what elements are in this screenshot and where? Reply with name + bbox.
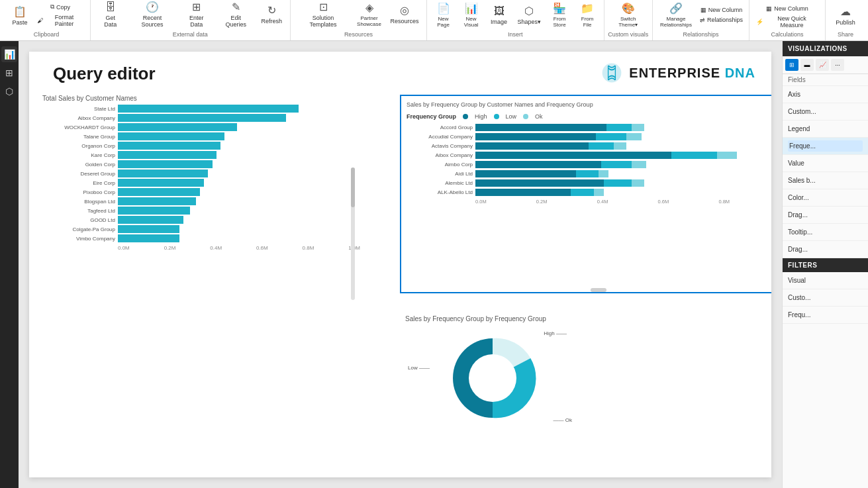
new-column-button[interactable]: ▦ New Column [697, 5, 746, 15]
copy-button[interactable]: ⧉ Copy [34, 2, 86, 12]
from-store-button[interactable]: 🏪 FromStore [546, 0, 573, 30]
from-file-icon: 📁 [581, 2, 594, 15]
selected-bar-row: Aidi Ltd [407, 170, 771, 177]
quick-measure-button[interactable]: ⚡ New Quick Measure [753, 14, 821, 30]
custom-item[interactable]: Custom... [788, 106, 863, 117]
refresh-button[interactable]: ↻ Refresh [258, 0, 286, 29]
sales-item[interactable]: Sales b... [788, 175, 863, 186]
drag2-section: Drag... [783, 241, 868, 258]
new-visual-button[interactable]: 📊 NewVisual [458, 0, 485, 30]
bar-row: Deseret Group [42, 170, 360, 177]
legend-ok-dot [523, 114, 528, 119]
chart-legend: Frequency Group High Low Ok [407, 113, 771, 120]
toolbar-group-themes: 🎨 SwitchTheme▾ Custom visuals [604, 0, 653, 40]
resize-handle-bottom[interactable] [591, 288, 606, 292]
shapes-button[interactable]: ⬡ Shapes▾ [514, 1, 546, 30]
relationships-icon: ⇌ [700, 17, 705, 23]
get-data-icon: 🗄 [105, 1, 116, 13]
solution-templates-icon: ⊡ [319, 1, 328, 13]
manage-relationships-icon: 🔗 [669, 2, 683, 15]
value-item[interactable]: Value [788, 158, 863, 169]
paste-button[interactable]: 📋 Paste [7, 1, 33, 30]
scroll-indicator[interactable] [351, 168, 355, 300]
enter-data-button[interactable]: ⊞ Enter Data [179, 0, 215, 30]
donut-chart-visual: High —— Low —— —— Ok [405, 325, 580, 431]
quick-measure-icon: ⚡ [756, 19, 763, 25]
resources-button[interactable]: ◎ Resources [387, 0, 422, 29]
color-item[interactable]: Color... [788, 192, 863, 203]
donut-low-label: Low —— [408, 365, 430, 371]
frequency-item[interactable]: Freque... [788, 140, 863, 152]
partner-showcase-icon: ◈ [365, 1, 373, 14]
new-visual-icon: 📊 [465, 2, 478, 15]
switch-theme-button[interactable]: 🎨 SwitchTheme▾ [614, 0, 642, 30]
resources-icon: ◎ [400, 4, 409, 17]
bar-row: Golden Corp [42, 160, 360, 168]
viz-icon-line[interactable]: 📈 [816, 59, 829, 71]
new-page-icon: 📄 [437, 2, 450, 15]
copy-icon: ⧉ [50, 3, 54, 11]
viz-icon-more[interactable]: ··· [831, 59, 844, 71]
image-button[interactable]: 🖼 Image [486, 1, 512, 30]
model-view-icon[interactable]: ⬡ [1, 83, 17, 99]
new-column-calc-icon: ▦ [766, 5, 772, 12]
from-store-icon: 🏪 [553, 2, 566, 15]
filter-freq-item[interactable]: Frequ... [788, 309, 863, 320]
from-file-button[interactable]: 📁 FromFile [574, 0, 601, 30]
legend-low-label: Low [506, 113, 517, 120]
selected-chart[interactable]: Sales by Frequency Group by Customer Nam… [400, 95, 771, 293]
format-painter-button[interactable]: 🖌 Format Painter [34, 13, 86, 28]
bar-chart-left: Total Sales by Customer Names State LtdA… [42, 95, 360, 333]
legend-item[interactable]: Legend [788, 123, 863, 134]
bar-row: Eire Corp [42, 179, 360, 187]
donut-svg [440, 325, 546, 431]
bar-row: Colgate-Pa Group [42, 225, 360, 233]
toolbar-group-share: ☁ Publish Share [826, 0, 865, 40]
legend-section: Legend [783, 121, 868, 138]
fields-tab[interactable]: Fields [783, 74, 868, 86]
viz-icon-bar[interactable]: ▬ [800, 59, 814, 71]
canvas-area: Query editor ENTERPRISE DNA Total Sales … [19, 41, 782, 488]
recent-sources-button[interactable]: 🕐 Recent Sources [128, 0, 177, 30]
solution-templates-button[interactable]: ⊡ Solution Templates [295, 0, 352, 30]
partner-showcase-button[interactable]: ◈ PartnerShowcase [353, 0, 385, 29]
tooltip-item[interactable]: Tooltip... [788, 226, 863, 238]
drag2-item[interactable]: Drag... [788, 244, 863, 255]
new-page-button[interactable]: 📄 NewPage [430, 0, 457, 30]
filter-custom-item[interactable]: Custo... [788, 292, 863, 303]
switch-theme-icon: 🎨 [622, 2, 635, 15]
viz-icon-table[interactable]: ⊞ [785, 59, 798, 71]
bar-chart-left-content: State LtdAibox CompanyWOCKHARDT GroupTal… [42, 105, 360, 242]
selected-bar-row: Aibox Company [407, 152, 771, 159]
axis-section: Axis [783, 86, 868, 103]
donut-chart-title: Sales by Frequency Group by Frequency Gr… [405, 315, 580, 322]
relationships-button[interactable]: ⇌ Relationships [697, 15, 746, 24]
table-view-icon[interactable]: ⊞ [1, 65, 17, 81]
refresh-icon: ↻ [267, 4, 276, 17]
get-data-button[interactable]: 🗄 Get Data [95, 0, 126, 30]
filter-visual-item[interactable]: Visual [788, 275, 863, 286]
canvas-page: Query editor ENTERPRISE DNA Total Sales … [29, 52, 771, 477]
selected-bar-row: Alembic Ltd [407, 179, 771, 187]
drag1-item[interactable]: Drag... [788, 209, 863, 220]
new-column-calc-button[interactable]: ▦ New Column [753, 4, 821, 13]
tooltip-section: Tooltip... [783, 224, 868, 241]
report-view-icon[interactable]: 📊 [1, 46, 17, 62]
bar-row: WOCKHARDT Group [42, 123, 360, 131]
filter-freq-section: Frequ... [783, 307, 868, 324]
filter-visual-section: Visual [783, 272, 868, 289]
toolbar-group-insert: 📄 NewPage 📊 NewVisual 🖼 Image ⬡ Shapes▾ … [427, 0, 604, 40]
publish-button[interactable]: ☁ Publish [832, 1, 859, 30]
image-icon: 🖼 [494, 5, 505, 17]
edit-queries-button[interactable]: ✎ Edit Queries [216, 0, 256, 30]
bar-row: Organon Corp [42, 142, 360, 150]
bar-row: Vimbo Company [42, 234, 360, 242]
drag1-section: Drag... [783, 207, 868, 224]
axis-item[interactable]: Axis [788, 89, 863, 100]
main-layout: 📊 ⊞ ⬡ Query editor ENTERPRISE DNA Total … [0, 41, 868, 488]
bar-chart-left-title: Total Sales by Customer Names [42, 95, 360, 102]
selected-chart-axis: 0.0M 0.2M 0.4M 0.6M 0.8M 1.0M [407, 199, 771, 205]
toolbar-group-external-data: 🗄 Get Data 🕐 Recent Sources ⊞ Enter Data… [91, 0, 291, 40]
bar-row: GOOD Ltd [42, 216, 360, 224]
manage-relationships-button[interactable]: 🔗 ManageRelationships [656, 0, 696, 30]
